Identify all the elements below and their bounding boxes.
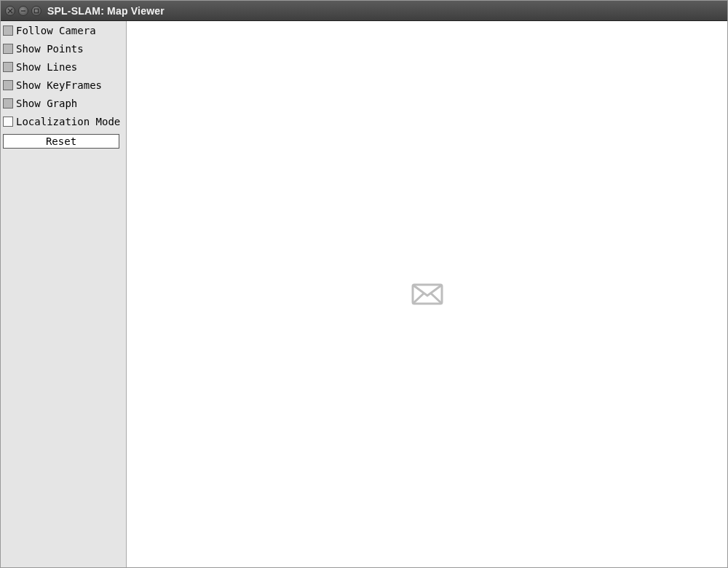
window-controls	[5, 6, 41, 16]
minimize-icon[interactable]	[18, 6, 28, 16]
checkbox-show-keyframes[interactable]: Show KeyFrames	[3, 79, 124, 91]
titlebar: SPL-SLAM: Map Viewer	[1, 1, 727, 21]
checkbox-label: Follow Camera	[16, 25, 96, 36]
checkbox-show-points[interactable]: Show Points	[3, 43, 124, 55]
checkbox-show-lines[interactable]: Show Lines	[3, 61, 124, 73]
checkbox-label: Show Lines	[16, 61, 77, 73]
checkbox-icon	[3, 117, 13, 127]
checkbox-show-graph[interactable]: Show Graph	[3, 98, 124, 109]
close-icon[interactable]	[5, 6, 15, 16]
window-title: SPL-SLAM: Map Viewer	[47, 5, 165, 17]
checkbox-label: Show KeyFrames	[16, 79, 102, 91]
checkbox-label: Localization Mode	[16, 116, 120, 127]
checkbox-icon	[3, 44, 13, 54]
checkbox-label: Show Points	[16, 43, 84, 55]
maximize-icon[interactable]	[31, 6, 41, 16]
checkbox-label: Show Graph	[16, 98, 77, 109]
envelope-icon	[411, 283, 443, 305]
checkbox-icon	[3, 98, 13, 109]
svg-rect-0	[34, 9, 38, 12]
checkbox-icon	[3, 25, 13, 36]
content-area: Follow Camera Show Points Show Lines Sho…	[1, 21, 727, 567]
map-viewport[interactable]	[127, 21, 727, 567]
checkbox-icon	[3, 80, 13, 90]
sidebar: Follow Camera Show Points Show Lines Sho…	[1, 21, 127, 567]
checkbox-follow-camera[interactable]: Follow Camera	[3, 25, 124, 36]
reset-button[interactable]: Reset	[3, 134, 119, 149]
checkbox-icon	[3, 62, 13, 72]
checkbox-localization-mode[interactable]: Localization Mode	[3, 116, 124, 127]
